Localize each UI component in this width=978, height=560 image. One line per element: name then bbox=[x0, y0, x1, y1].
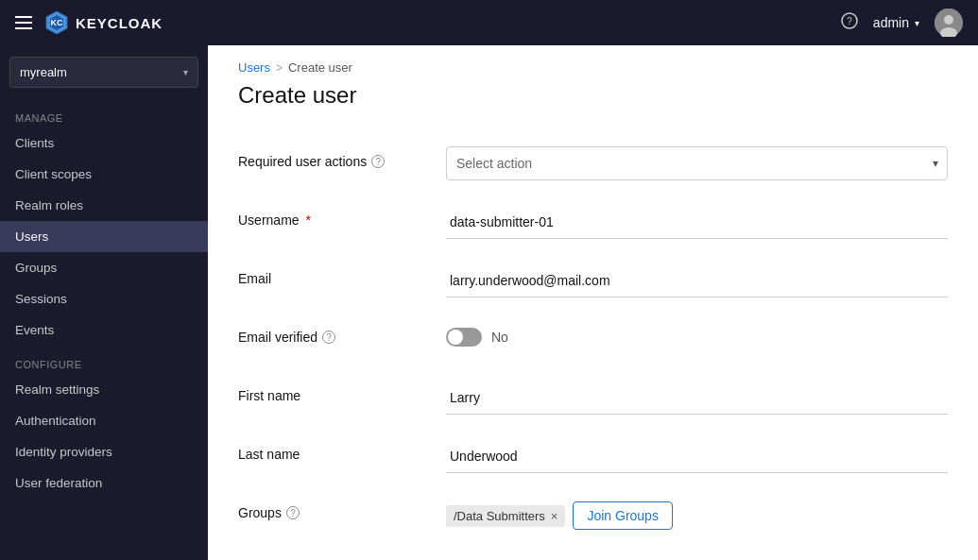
realm-name: myrealm bbox=[20, 65, 67, 79]
sidebar-item-users[interactable]: Users bbox=[0, 221, 208, 252]
sidebar-section-configure-label: Configure bbox=[0, 346, 208, 374]
first-name-row: First name bbox=[238, 381, 948, 416]
username-wrap bbox=[446, 205, 948, 239]
sidebar-item-realm-roles[interactable]: Realm roles bbox=[0, 190, 208, 221]
admin-chevron-icon: ▾ bbox=[915, 18, 919, 28]
logo-area: KC KEYCLOAK bbox=[43, 9, 163, 36]
realm-selector[interactable]: myrealm ▾ bbox=[9, 57, 198, 88]
groups-label: Groups ? bbox=[238, 498, 446, 520]
first-name-input[interactable] bbox=[446, 381, 948, 415]
username-input[interactable] bbox=[446, 205, 948, 239]
hamburger-menu-icon[interactable] bbox=[15, 16, 32, 29]
sidebar-item-client-scopes[interactable]: Client scopes bbox=[0, 159, 208, 190]
svg-text:KC: KC bbox=[51, 18, 63, 27]
first-name-wrap bbox=[446, 381, 948, 415]
help-icon[interactable]: ? bbox=[841, 12, 858, 33]
toggle-knob bbox=[448, 330, 463, 345]
first-name-label: First name bbox=[238, 381, 446, 403]
keycloak-logo-icon: KC bbox=[43, 9, 70, 36]
sidebar-section-configure: Configure Realm settings Authentication … bbox=[0, 346, 208, 499]
sidebar-item-user-federation[interactable]: User federation bbox=[0, 467, 208, 499]
email-verified-label: Email verified ? bbox=[238, 322, 446, 345]
sidebar-item-sessions[interactable]: Sessions bbox=[0, 283, 208, 314]
username-required-marker: * bbox=[306, 212, 311, 228]
email-verified-toggle[interactable] bbox=[446, 328, 482, 347]
email-verified-info-icon[interactable]: ? bbox=[322, 331, 335, 344]
groups-info-icon[interactable]: ? bbox=[286, 506, 300, 519]
admin-label: admin bbox=[873, 15, 909, 30]
last-name-row: Last name bbox=[238, 439, 948, 475]
breadcrumb-current: Create user bbox=[288, 60, 352, 75]
group-tag-remove-icon[interactable]: × bbox=[551, 510, 558, 522]
sidebar-item-authentication[interactable]: Authentication bbox=[0, 405, 208, 436]
groups-row: Groups ? /Data Submitters × Join Groups bbox=[238, 498, 948, 534]
breadcrumb: Users > Create user bbox=[208, 45, 978, 78]
svg-point-6 bbox=[944, 15, 953, 25]
main-content: Users > Create user Create user Required… bbox=[208, 45, 978, 560]
sidebar-section-manage-label: Manage bbox=[0, 99, 208, 127]
sidebar-item-clients[interactable]: Clients bbox=[0, 127, 208, 159]
sidebar-section-manage: Manage Clients Client scopes Realm roles… bbox=[0, 99, 208, 346]
last-name-input[interactable] bbox=[446, 439, 948, 473]
email-input[interactable] bbox=[446, 263, 948, 297]
sidebar-item-events[interactable]: Events bbox=[0, 314, 208, 346]
username-row: Username * bbox=[238, 205, 948, 241]
required-user-actions-label: Required user actions ? bbox=[238, 146, 446, 169]
required-user-actions-select[interactable]: Select action bbox=[446, 146, 948, 180]
group-tag-label: /Data Submitters bbox=[454, 509, 545, 523]
logo-text: KEYCLOAK bbox=[76, 15, 163, 31]
email-verified-wrap: No bbox=[446, 322, 948, 347]
groups-tags-area: /Data Submitters × Join Groups bbox=[446, 498, 948, 530]
last-name-label: Last name bbox=[238, 439, 446, 462]
email-verified-row: Email verified ? No bbox=[238, 322, 948, 358]
username-label: Username * bbox=[238, 205, 446, 228]
email-row: Email bbox=[238, 263, 948, 299]
required-user-actions-info-icon[interactable]: ? bbox=[371, 155, 385, 168]
admin-menu[interactable]: admin ▾ bbox=[873, 15, 919, 30]
email-verified-toggle-label: No bbox=[491, 330, 508, 345]
sidebar-item-groups[interactable]: Groups bbox=[0, 252, 208, 283]
email-wrap bbox=[446, 263, 948, 297]
realm-chevron-icon: ▾ bbox=[183, 67, 188, 77]
groups-wrap: /Data Submitters × Join Groups bbox=[446, 498, 948, 530]
required-user-actions-wrap: Select action ▾ bbox=[446, 146, 948, 180]
breadcrumb-users-link[interactable]: Users bbox=[238, 60, 270, 75]
create-user-form: Required user actions ? Select action ▾ … bbox=[208, 127, 978, 560]
group-tag-data-submitters: /Data Submitters × bbox=[446, 505, 565, 527]
avatar[interactable] bbox=[935, 8, 963, 37]
svg-text:?: ? bbox=[847, 16, 852, 26]
breadcrumb-separator: > bbox=[276, 61, 283, 75]
topbar: KC KEYCLOAK ? admin ▾ bbox=[0, 0, 978, 45]
email-label: Email bbox=[238, 263, 446, 286]
sidebar: myrealm ▾ Manage Clients Client scopes R… bbox=[0, 45, 208, 560]
last-name-wrap bbox=[446, 439, 948, 473]
sidebar-item-realm-settings[interactable]: Realm settings bbox=[0, 374, 208, 405]
sidebar-item-identity-providers[interactable]: Identity providers bbox=[0, 436, 208, 467]
required-user-actions-row: Required user actions ? Select action ▾ bbox=[238, 146, 948, 182]
page-title: Create user bbox=[208, 78, 978, 127]
join-groups-button[interactable]: Join Groups bbox=[573, 501, 672, 530]
